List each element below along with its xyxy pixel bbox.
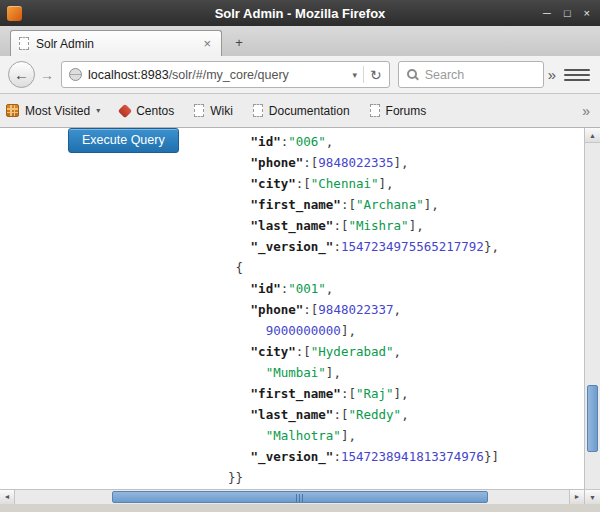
json-key: "phone" (251, 155, 304, 170)
horizontal-scrollbar-thumb[interactable] (112, 491, 488, 503)
json-indent (228, 407, 251, 422)
json-punctuation: :[ (341, 386, 356, 401)
json-indent (228, 302, 251, 317)
json-line: "phone":[9848022335], (228, 152, 499, 173)
json-indent (228, 281, 251, 296)
scroll-left-icon[interactable]: ◄ (0, 490, 15, 504)
json-punctuation: ], (424, 197, 439, 212)
json-punctuation: ], (409, 218, 424, 233)
bookmark-label: Forums (386, 104, 427, 118)
search-input[interactable] (425, 68, 535, 82)
menu-button[interactable] (564, 65, 590, 85)
url-divider (363, 66, 364, 83)
json-string-value: "Mishra" (348, 218, 408, 233)
json-punctuation: :[ (333, 407, 348, 422)
json-punctuation: , (401, 407, 409, 422)
tab-close-icon[interactable]: × (201, 36, 213, 51)
json-punctuation: , (394, 344, 402, 359)
json-indent (228, 260, 236, 275)
bookmark-centos[interactable]: Centos (120, 104, 174, 118)
json-indent (228, 323, 266, 338)
json-line: "last_name":["Reddy", (228, 404, 499, 425)
json-indent (228, 449, 251, 464)
vertical-scrollbar[interactable]: ▲ ▼ (584, 128, 600, 504)
minimize-icon[interactable]: ─ (543, 6, 551, 20)
json-key: "city" (251, 176, 296, 191)
bookmark-wiki[interactable]: Wiki (194, 104, 233, 118)
json-indent (228, 344, 251, 359)
back-icon: ← (14, 66, 29, 83)
navigation-toolbar: ← → localhost:8983/solr/#/my_core/query … (0, 56, 600, 94)
json-punctuation: , (326, 134, 334, 149)
json-punctuation: :[ (333, 218, 348, 233)
back-button[interactable]: ← (8, 61, 35, 88)
scroll-right-icon[interactable]: ► (569, 490, 584, 504)
site-identity-globe-icon[interactable] (69, 68, 82, 81)
url-host: localhost:8983 (88, 68, 169, 82)
json-line: "last_name":["Mishra"], (228, 215, 499, 236)
json-string-value: "Hyderabad" (311, 344, 394, 359)
url-dropdown-icon[interactable]: ▾ (352, 70, 357, 80)
maximize-icon[interactable]: □ (564, 6, 571, 20)
json-key: "first_name" (251, 197, 341, 212)
horizontal-scrollbar[interactable]: ◄ ► (0, 489, 584, 504)
forward-button[interactable]: → (37, 64, 57, 86)
json-line: "city":["Hyderabad", (228, 341, 499, 362)
titlebar: Solr Admin - Mozilla Firefox ─ □ × (0, 0, 600, 26)
menu-icon (564, 69, 590, 71)
tab-bar: Solr Admin × + (0, 26, 600, 56)
json-string-value: "Raj" (356, 386, 394, 401)
firefox-window: Solr Admin - Mozilla Firefox ─ □ × Solr … (0, 0, 600, 512)
json-line: "first_name":["Raj"], (228, 383, 499, 404)
json-punctuation: }, (484, 239, 499, 254)
json-key: "last_name" (251, 218, 334, 233)
json-punctuation: : (333, 239, 341, 254)
json-line: "first_name":["Archana"], (228, 194, 499, 215)
bookmark-forums[interactable]: Forums (370, 104, 427, 118)
tab-favicon-icon (19, 37, 29, 50)
forward-icon: → (40, 67, 54, 83)
url-text[interactable]: localhost:8983/solr/#/my_core/query (88, 68, 346, 82)
close-icon[interactable]: × (584, 6, 590, 20)
vertical-scrollbar-thumb[interactable] (587, 385, 598, 452)
json-punctuation: }} (228, 470, 243, 485)
json-punctuation: :[ (303, 302, 318, 317)
scroll-down-icon[interactable]: ▼ (585, 489, 600, 504)
json-punctuation: ], (394, 155, 409, 170)
json-punctuation: }] (484, 449, 499, 464)
new-tab-button[interactable]: + (226, 33, 252, 53)
json-punctuation: ], (341, 323, 356, 338)
json-string-value: "Chennai" (311, 176, 379, 191)
json-number-value: 9848022335 (318, 155, 393, 170)
search-bar[interactable] (398, 61, 544, 88)
bookmark-label: Wiki (210, 104, 233, 118)
scroll-up-icon[interactable]: ▲ (585, 128, 600, 143)
json-line: "Malhotra"], (228, 425, 499, 446)
execute-query-button[interactable]: Execute Query (68, 128, 179, 153)
json-punctuation: :[ (341, 197, 356, 212)
json-line: }} (228, 467, 499, 488)
json-line: "_version_":1547238941813374976}] (228, 446, 499, 467)
grid-icon (6, 104, 19, 117)
json-line: { (228, 257, 499, 278)
json-indent (228, 239, 251, 254)
json-number-value: 1547238941813374976 (341, 449, 484, 464)
json-punctuation: , (394, 302, 402, 317)
json-punctuation: { (236, 260, 244, 275)
reload-icon[interactable]: ↻ (370, 67, 382, 83)
firefox-app-icon[interactable] (7, 6, 22, 21)
json-number-value: 9000000000 (266, 323, 341, 338)
json-string-value: "001" (288, 281, 326, 296)
json-punctuation: : (333, 449, 341, 464)
bookmark-most-visited[interactable]: Most Visited▾ (6, 104, 100, 118)
window-controls: ─ □ × (543, 6, 590, 20)
bookmarks-overflow-icon[interactable]: » (582, 103, 594, 119)
json-key: "first_name" (251, 386, 341, 401)
bookmark-documentation[interactable]: Documentation (253, 104, 350, 118)
url-bar[interactable]: localhost:8983/solr/#/my_core/query ▾ ↻ (61, 61, 390, 88)
toolbar-overflow-icon[interactable]: » (548, 66, 556, 83)
json-key: "city" (251, 344, 296, 359)
search-icon (407, 69, 419, 81)
json-key: "id" (251, 281, 281, 296)
tab-solr-admin[interactable]: Solr Admin × (10, 30, 222, 56)
